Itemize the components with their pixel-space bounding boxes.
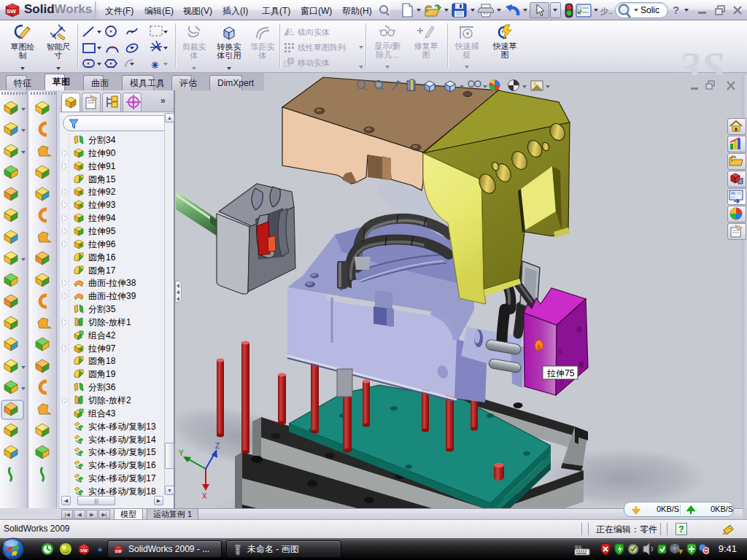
svg-text:»: » xyxy=(98,545,102,553)
svg-text:Y: Y xyxy=(179,449,184,457)
svg-text:SW: SW xyxy=(115,549,123,553)
svg-text:Z: Z xyxy=(215,442,220,450)
svg-text:✳: ✳ xyxy=(151,60,159,70)
svg-text:!: ! xyxy=(680,550,681,554)
svg-text:ϕ: ϕ xyxy=(537,343,541,351)
svg-text:SW: SW xyxy=(7,8,16,15)
svg-text:SW: SW xyxy=(80,548,88,553)
svg-text:拉伸75: 拉伸75 xyxy=(546,368,575,378)
svg-text:X: X xyxy=(202,492,207,500)
